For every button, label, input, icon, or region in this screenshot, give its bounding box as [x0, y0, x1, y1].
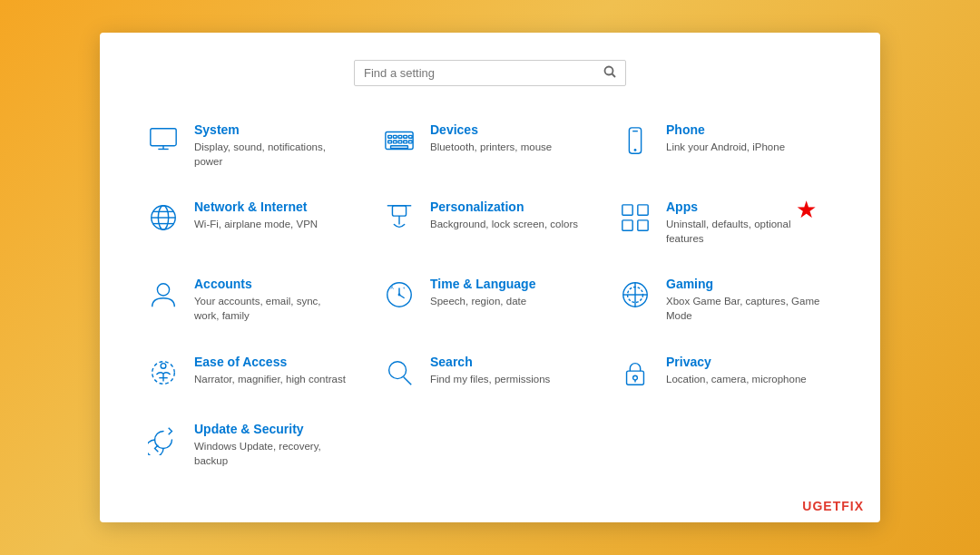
phone-desc: Link your Android, iPhone	[666, 140, 785, 154]
setting-item-ease[interactable]: Ease of Access Narrator, magnifier, high…	[136, 344, 372, 402]
gamepad-icon	[617, 277, 653, 313]
svg-text:+: +	[403, 287, 406, 291]
svg-rect-2	[151, 129, 176, 146]
update-desc: Windows Update, recovery, backup	[194, 439, 348, 468]
network-title: Network & Internet	[194, 200, 318, 214]
setting-item-gaming[interactable]: Gaming Xbox Game Bar, captures, Game Mod…	[608, 266, 844, 334]
search-setting-desc: Find my files, permissions	[430, 372, 550, 386]
search-setting-icon	[381, 355, 417, 391]
personalization-desc: Background, lock screen, colors	[430, 217, 578, 231]
network-desc: Wi-Fi, airplane mode, VPN	[194, 217, 318, 231]
ease-desc: Narrator, magnifier, high contrast	[194, 372, 346, 386]
settings-grid: System Display, sound, notifications, po…	[136, 112, 844, 479]
svg-rect-11	[393, 141, 397, 143]
watermark: UGETFIX	[802, 499, 864, 513]
time-desc: Speech, region, date	[430, 294, 535, 308]
globe-icon	[145, 200, 181, 236]
system-desc: Display, sound, notifications, power	[194, 140, 348, 169]
svg-rect-28	[622, 205, 632, 215]
svg-rect-30	[622, 220, 632, 230]
watermark-prefix: UG	[802, 499, 823, 513]
accounts-text: Accounts Your accounts, email, sync, wor…	[194, 277, 348, 323]
lock-icon	[617, 355, 653, 391]
system-title: System	[194, 122, 348, 137]
devices-text: Devices Bluetooth, printers, mouse	[430, 122, 552, 154]
ease-icon	[145, 355, 181, 391]
svg-rect-7	[393, 135, 397, 138]
gaming-text: Gaming Xbox Game Bar, captures, Game Mod…	[666, 277, 820, 323]
privacy-title: Privacy	[666, 355, 807, 369]
svg-rect-6	[388, 135, 392, 138]
accounts-desc: Your accounts, email, sync, work, family	[194, 294, 348, 323]
time-text: Time & Language Speech, region, date	[430, 277, 535, 308]
monitor-icon	[145, 122, 181, 159]
svg-text:A: A	[391, 287, 395, 291]
svg-rect-25	[392, 206, 406, 216]
svg-point-47	[389, 361, 407, 378]
keyboard-icon	[381, 122, 417, 159]
setting-item-phone[interactable]: Phone Link your Android, iPhone	[608, 112, 844, 180]
svg-rect-31	[638, 220, 648, 230]
svg-rect-49	[627, 371, 644, 385]
search-setting-text: Search Find my files, permissions	[430, 355, 550, 386]
refresh-icon	[145, 422, 181, 458]
personalization-title: Personalization	[430, 200, 578, 214]
setting-item-accounts[interactable]: Accounts Your accounts, email, sync, wor…	[136, 266, 372, 334]
svg-rect-9	[404, 135, 407, 138]
setting-item-devices[interactable]: Devices Bluetooth, printers, mouse	[372, 112, 608, 180]
svg-rect-12	[398, 141, 402, 143]
setting-item-system[interactable]: System Display, sound, notifications, po…	[136, 112, 372, 180]
gaming-title: Gaming	[666, 277, 820, 291]
svg-point-44	[161, 363, 166, 368]
update-text: Update & Security Windows Update, recove…	[194, 422, 348, 468]
personalization-text: Personalization Background, lock screen,…	[430, 200, 578, 231]
setting-item-network[interactable]: Network & Internet Wi-Fi, airplane mode,…	[136, 189, 372, 257]
watermark-suffix: TFIX	[833, 499, 864, 513]
svg-line-1	[612, 74, 616, 78]
apps-icon	[617, 200, 653, 236]
setting-item-search[interactable]: Search Find my files, permissions	[372, 344, 608, 402]
phone-text: Phone Link your Android, iPhone	[666, 122, 785, 154]
svg-rect-14	[408, 135, 412, 138]
svg-point-18	[634, 149, 637, 151]
svg-rect-29	[638, 205, 648, 215]
red-star-icon: ★	[796, 196, 817, 224]
settings-window: System Display, sound, notifications, po…	[100, 33, 880, 522]
svg-rect-13	[404, 141, 407, 143]
search-setting-title: Search	[430, 355, 550, 369]
brush-icon	[381, 200, 417, 236]
setting-item-time[interactable]: A + Time & Language Speech, region, date	[372, 266, 608, 334]
gaming-desc: Xbox Game Bar, captures, Game Mode	[666, 294, 820, 323]
setting-item-update[interactable]: Update & Security Windows Update, recove…	[136, 411, 372, 479]
svg-rect-15	[408, 141, 412, 143]
search-bar[interactable]	[354, 60, 626, 86]
system-text: System Display, sound, notifications, po…	[194, 122, 348, 169]
accounts-title: Accounts	[194, 277, 348, 291]
search-input[interactable]	[364, 66, 603, 80]
watermark-highlight: E	[823, 499, 832, 513]
svg-point-50	[633, 375, 638, 380]
update-title: Update & Security	[194, 422, 348, 436]
ease-text: Ease of Access Narrator, magnifier, high…	[194, 355, 346, 386]
svg-rect-16	[391, 146, 408, 149]
svg-point-36	[398, 294, 401, 297]
privacy-desc: Location, camera, microphone	[666, 372, 807, 386]
svg-point-32	[157, 284, 169, 296]
ease-title: Ease of Access	[194, 355, 346, 369]
setting-item-personalization[interactable]: Personalization Background, lock screen,…	[372, 189, 608, 257]
setting-item-privacy[interactable]: Privacy Location, camera, microphone	[608, 344, 844, 402]
setting-item-apps[interactable]: Apps Uninstall, defaults, optional featu…	[608, 189, 844, 257]
network-text: Network & Internet Wi-Fi, airplane mode,…	[194, 200, 318, 231]
person-icon	[145, 277, 181, 313]
svg-rect-10	[388, 141, 392, 143]
clock-icon: A +	[381, 277, 417, 313]
svg-rect-8	[398, 135, 402, 138]
time-title: Time & Language	[430, 277, 535, 291]
search-icon	[603, 65, 616, 81]
phone-title: Phone	[666, 122, 785, 137]
devices-title: Devices	[430, 122, 552, 137]
svg-line-48	[404, 376, 412, 385]
devices-desc: Bluetooth, printers, mouse	[430, 140, 552, 154]
phone-icon	[617, 122, 653, 159]
svg-point-0	[605, 67, 613, 75]
